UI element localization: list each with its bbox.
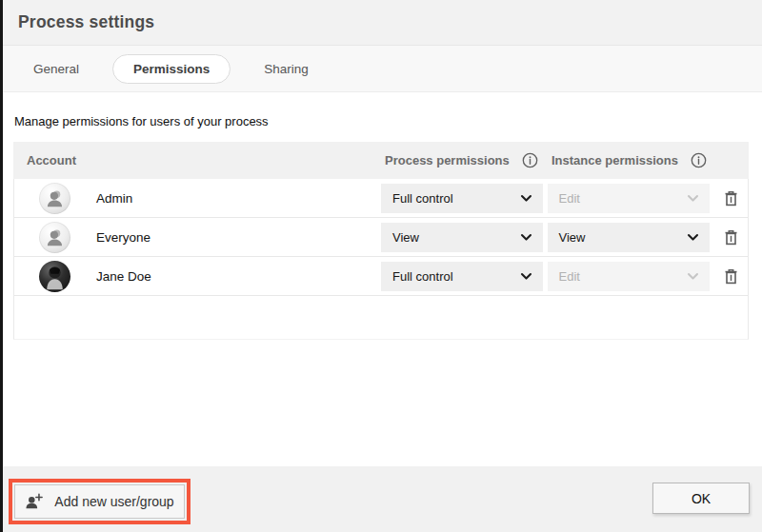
page-title: Process settings bbox=[18, 12, 154, 32]
select-value: View bbox=[559, 230, 586, 245]
info-icon[interactable] bbox=[691, 152, 707, 168]
annotation-highlight-box: Add new user/group bbox=[9, 479, 190, 524]
chevron-down-icon bbox=[520, 233, 532, 242]
dialog-titlebar: Process settings bbox=[0, 0, 762, 46]
add-user-group-button[interactable]: Add new user/group bbox=[14, 484, 185, 519]
instance-permission-select[interactable]: View bbox=[548, 223, 710, 252]
account-name: Jane Doe bbox=[96, 269, 151, 284]
tab-general[interactable]: General bbox=[33, 55, 79, 83]
account-name: Admin bbox=[96, 191, 132, 206]
user-photo-avatar bbox=[39, 261, 70, 292]
account-name: Everyone bbox=[96, 230, 150, 245]
add-user-group-label: Add new user/group bbox=[54, 494, 173, 509]
permissions-panel: Manage permissions for users of your pro… bbox=[0, 92, 762, 466]
tab-bar: General Permissions Sharing bbox=[0, 46, 762, 92]
trash-icon bbox=[724, 229, 738, 246]
process-permission-select[interactable]: Full control bbox=[381, 262, 543, 291]
panel-subtitle: Manage permissions for users of your pro… bbox=[13, 114, 749, 128]
select-value: Full control bbox=[392, 269, 453, 284]
chevron-down-icon bbox=[520, 194, 532, 203]
process-permission-select[interactable]: Full control bbox=[381, 184, 543, 213]
person-plus-icon bbox=[25, 493, 44, 510]
delete-row-button[interactable] bbox=[720, 187, 741, 208]
trash-icon bbox=[724, 190, 738, 207]
dialog-footer: Add new user/group OK bbox=[0, 466, 762, 532]
process-permission-select[interactable]: View bbox=[381, 223, 543, 252]
chevron-down-icon bbox=[687, 233, 699, 242]
tab-sharing[interactable]: Sharing bbox=[264, 55, 309, 83]
generic-user-avatar-icon bbox=[39, 222, 70, 253]
table-header-row: Account Process permissions Instance per… bbox=[13, 142, 749, 179]
select-value: Edit bbox=[559, 191, 580, 206]
column-header-account: Account bbox=[27, 153, 76, 167]
table-row-everyone: Everyone View View bbox=[14, 218, 748, 257]
select-value: View bbox=[392, 230, 419, 245]
instance-permission-select: Edit bbox=[548, 184, 710, 213]
window-left-edge bbox=[0, 0, 3, 532]
ok-button[interactable]: OK bbox=[652, 483, 750, 514]
select-value: Full control bbox=[392, 191, 453, 206]
instance-permission-select: Edit bbox=[548, 262, 710, 291]
table-row-admin: Admin Full control Edit bbox=[14, 179, 748, 218]
delete-row-button[interactable] bbox=[720, 266, 741, 286]
permissions-table: Account Process permissions Instance per… bbox=[13, 142, 749, 340]
info-icon[interactable] bbox=[522, 152, 538, 168]
column-header-process-permissions: Process permissions bbox=[385, 153, 510, 167]
table-row-jane-doe: Jane Doe Full control Edit bbox=[14, 257, 748, 296]
column-header-instance-permissions: Instance permissions bbox=[551, 153, 678, 167]
delete-row-button[interactable] bbox=[720, 227, 741, 247]
chevron-down-icon bbox=[687, 272, 699, 281]
tab-permissions[interactable]: Permissions bbox=[112, 54, 231, 84]
chevron-down-icon bbox=[520, 272, 532, 281]
chevron-down-icon bbox=[687, 194, 699, 203]
trash-icon bbox=[724, 268, 738, 285]
select-value: Edit bbox=[559, 269, 580, 284]
generic-user-avatar-icon bbox=[39, 183, 70, 214]
